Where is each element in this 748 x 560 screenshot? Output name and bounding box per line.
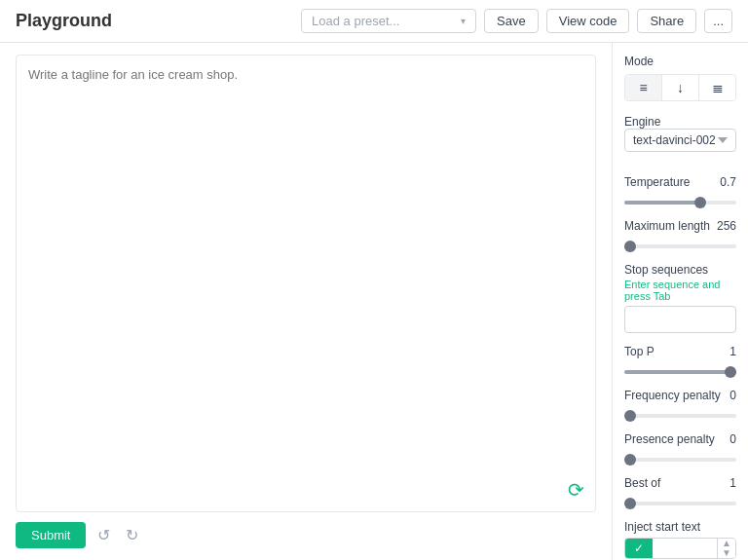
editor-footer: Submit ↺ ↻ [16,512,596,548]
stop-sequences-input[interactable] [624,306,736,333]
chevron-down-icon: ▾ [461,16,466,26]
mode-buttons: ≡ ↓ ≣ [624,74,736,101]
temperature-value: 0.7 [720,175,736,189]
inject-start-stepper: ▲ ▼ [717,539,735,558]
best-of-slider[interactable] [624,502,736,505]
presence-penalty-label: Presence penalty [624,432,715,446]
top-p-value: 1 [729,345,736,358]
best-of-label: Best of [624,476,660,490]
undo-button[interactable]: ↺ [94,522,114,548]
stop-sequences-label: Stop sequences [624,263,736,277]
mode-label: Mode [624,55,736,68]
more-button[interactable]: ... [704,9,732,33]
frequency-penalty-label: Frequency penalty [624,389,721,402]
top-p-slider[interactable] [624,370,736,374]
frequency-penalty-slider[interactable] [624,414,736,418]
frequency-penalty-control: Frequency penalty 0 [624,389,736,421]
preset-placeholder: Load a preset... [312,14,399,28]
redo-button[interactable]: ↻ [122,522,142,548]
mode-complete-button[interactable]: ≡ [625,75,661,100]
presence-penalty-value: 0 [729,432,736,446]
share-button[interactable]: Share [637,9,696,33]
top-p-label: Top P [624,345,654,358]
inject-start-checkbox[interactable]: ✓ [625,539,653,558]
header-actions: Load a preset... ▾ Save View code Share … [301,9,732,33]
presence-penalty-control: Presence penalty 0 [624,432,736,465]
best-of-control: Best of 1 [624,476,736,508]
sidebar: Mode ≡ ↓ ≣ Engine text-davinci-002 text-… [612,43,748,560]
max-length-value: 256 [717,219,736,233]
editor-area: ⟳ Submit ↺ ↻ [0,43,612,560]
presence-penalty-slider[interactable] [624,458,736,462]
view-code-button[interactable]: View code [546,9,630,33]
engine-select[interactable]: text-davinci-002 text-curie-001 text-bab… [624,129,736,152]
header: Playground Load a preset... ▾ Save View … [0,0,748,43]
recycle-icon[interactable]: ⟳ [568,478,584,502]
stop-sequences-hint: Enter sequence and press Tab [624,279,736,302]
temperature-slider[interactable] [624,201,736,205]
mode-edit-button[interactable]: ≣ [698,75,735,100]
inject-start-decrement[interactable]: ▼ [718,548,735,558]
top-p-control: Top P 1 [624,345,736,377]
inject-start-value [653,539,717,558]
temperature-label: Temperature [624,175,690,189]
best-of-value: 1 [729,476,736,490]
max-length-control: Maximum length 256 [624,219,736,251]
save-button[interactable]: Save [484,9,539,33]
stop-sequences-control: Stop sequences Enter sequence and press … [624,263,736,345]
max-length-label: Maximum length [624,219,710,233]
main-content: ⟳ Submit ↺ ↻ Mode ≡ ↓ ≣ Engine text-davi… [0,43,748,560]
prompt-textarea[interactable] [16,55,596,512]
frequency-penalty-value: 0 [729,389,736,402]
max-length-slider[interactable] [624,244,736,248]
inject-start-control: Inject start text ✓ ▲ ▼ [624,520,736,559]
submit-button[interactable]: Submit [16,522,86,548]
temperature-control: Temperature 0.7 [624,175,736,207]
page-title: Playground [16,11,301,31]
engine-label: Engine [624,115,736,129]
inject-start-label: Inject start text [624,520,736,534]
mode-insert-button[interactable]: ↓ [661,75,698,100]
preset-dropdown[interactable]: Load a preset... ▾ [301,9,476,33]
inject-start-wrapper: ✓ ▲ ▼ [624,538,736,559]
